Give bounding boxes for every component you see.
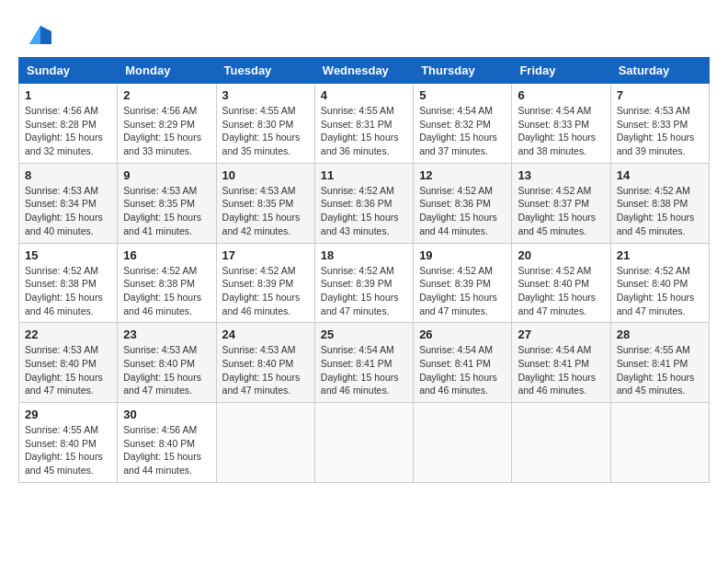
day-number: 12 (419, 168, 506, 182)
calendar-cell: 21Sunrise: 4:52 AMSunset: 8:40 PMDayligh… (610, 243, 709, 323)
calendar-week-4: 22Sunrise: 4:53 AMSunset: 8:40 PMDayligh… (19, 323, 710, 403)
calendar-cell: 14Sunrise: 4:52 AMSunset: 8:38 PMDayligh… (610, 163, 709, 243)
day-number: 13 (518, 168, 604, 182)
svg-marker-1 (29, 26, 40, 44)
calendar-cell: 17Sunrise: 4:52 AMSunset: 8:39 PMDayligh… (216, 243, 314, 323)
calendar-cell: 26Sunrise: 4:54 AMSunset: 8:41 PMDayligh… (414, 323, 512, 403)
calendar-cell: 10Sunrise: 4:53 AMSunset: 8:35 PMDayligh… (216, 163, 314, 243)
calendar-cell: 4Sunrise: 4:55 AMSunset: 8:31 PMDaylight… (314, 84, 413, 164)
day-number: 23 (123, 327, 210, 341)
day-info: Sunrise: 4:54 AMSunset: 8:41 PMDaylight:… (518, 343, 604, 397)
calendar-week-5: 29Sunrise: 4:55 AMSunset: 8:40 PMDayligh… (19, 403, 710, 483)
day-info: Sunrise: 4:54 AMSunset: 8:33 PMDaylight:… (518, 104, 604, 158)
day-info: Sunrise: 4:56 AMSunset: 8:28 PMDaylight:… (25, 104, 111, 158)
calendar-cell (512, 403, 610, 483)
calendar-header-monday: Monday (118, 58, 216, 84)
calendar-table: SundayMondayTuesdayWednesdayThursdayFrid… (18, 57, 710, 483)
calendar-cell: 1Sunrise: 4:56 AMSunset: 8:28 PMDaylight… (19, 84, 118, 164)
day-number: 11 (321, 168, 407, 182)
calendar-cell: 27Sunrise: 4:54 AMSunset: 8:41 PMDayligh… (512, 323, 610, 403)
calendar-header-saturday: Saturday (610, 58, 709, 84)
day-info: Sunrise: 4:54 AMSunset: 8:41 PMDaylight:… (321, 343, 407, 397)
day-info: Sunrise: 4:56 AMSunset: 8:40 PMDaylight:… (123, 423, 210, 477)
calendar-cell (610, 403, 709, 483)
calendar-cell (314, 403, 413, 483)
calendar-cell: 6Sunrise: 4:54 AMSunset: 8:33 PMDaylight… (512, 84, 610, 164)
calendar-cell: 5Sunrise: 4:54 AMSunset: 8:32 PMDaylight… (414, 84, 512, 164)
calendar-header-sunday: Sunday (19, 58, 118, 84)
day-info: Sunrise: 4:53 AMSunset: 8:35 PMDaylight:… (222, 184, 309, 238)
day-number: 24 (222, 327, 309, 341)
calendar-header-thursday: Thursday (414, 58, 512, 84)
day-info: Sunrise: 4:53 AMSunset: 8:40 PMDaylight:… (123, 343, 210, 397)
calendar-cell (216, 403, 314, 483)
day-number: 14 (617, 168, 703, 182)
day-number: 10 (222, 168, 309, 182)
day-number: 25 (321, 327, 407, 341)
day-number: 20 (518, 248, 604, 262)
day-info: Sunrise: 4:53 AMSunset: 8:40 PMDaylight:… (222, 343, 309, 397)
day-number: 28 (617, 327, 703, 341)
day-info: Sunrise: 4:53 AMSunset: 8:33 PMDaylight:… (617, 104, 703, 158)
day-number: 19 (419, 248, 506, 262)
calendar-cell: 3Sunrise: 4:55 AMSunset: 8:30 PMDaylight… (216, 84, 314, 164)
calendar-cell: 11Sunrise: 4:52 AMSunset: 8:36 PMDayligh… (314, 163, 413, 243)
day-info: Sunrise: 4:54 AMSunset: 8:41 PMDaylight:… (419, 343, 506, 397)
day-number: 27 (518, 327, 604, 341)
day-number: 15 (25, 248, 111, 262)
calendar-cell: 13Sunrise: 4:52 AMSunset: 8:37 PMDayligh… (512, 163, 610, 243)
day-number: 18 (321, 248, 407, 262)
day-number: 4 (321, 88, 407, 102)
calendar-cell (414, 403, 512, 483)
calendar-cell: 8Sunrise: 4:53 AMSunset: 8:34 PMDaylight… (19, 163, 118, 243)
day-info: Sunrise: 4:52 AMSunset: 8:39 PMDaylight:… (419, 264, 506, 318)
day-number: 21 (617, 248, 703, 262)
day-info: Sunrise: 4:52 AMSunset: 8:38 PMDaylight:… (123, 264, 210, 318)
calendar-header-tuesday: Tuesday (216, 58, 314, 84)
day-info: Sunrise: 4:53 AMSunset: 8:40 PMDaylight:… (25, 343, 111, 397)
day-number: 30 (123, 408, 210, 421)
day-info: Sunrise: 4:52 AMSunset: 8:36 PMDaylight:… (321, 184, 407, 238)
day-info: Sunrise: 4:54 AMSunset: 8:32 PMDaylight:… (419, 104, 506, 158)
calendar-cell: 23Sunrise: 4:53 AMSunset: 8:40 PMDayligh… (118, 323, 216, 403)
calendar-header-row: SundayMondayTuesdayWednesdayThursdayFrid… (19, 58, 710, 84)
day-number: 16 (123, 248, 210, 262)
day-info: Sunrise: 4:52 AMSunset: 8:37 PMDaylight:… (518, 184, 604, 238)
calendar-header-wednesday: Wednesday (314, 58, 413, 84)
calendar-week-1: 1Sunrise: 4:56 AMSunset: 8:28 PMDaylight… (19, 84, 710, 164)
logo (18, 18, 51, 48)
day-number: 6 (518, 88, 604, 102)
day-number: 7 (617, 88, 703, 102)
calendar-header-friday: Friday (512, 58, 610, 84)
day-number: 8 (25, 168, 111, 182)
day-info: Sunrise: 4:52 AMSunset: 8:39 PMDaylight:… (222, 264, 309, 318)
day-info: Sunrise: 4:52 AMSunset: 8:39 PMDaylight:… (321, 264, 407, 318)
calendar-week-2: 8Sunrise: 4:53 AMSunset: 8:34 PMDaylight… (19, 163, 710, 243)
calendar-cell: 7Sunrise: 4:53 AMSunset: 8:33 PMDaylight… (610, 84, 709, 164)
day-info: Sunrise: 4:55 AMSunset: 8:41 PMDaylight:… (617, 343, 703, 397)
calendar-cell: 12Sunrise: 4:52 AMSunset: 8:36 PMDayligh… (414, 163, 512, 243)
calendar-cell: 15Sunrise: 4:52 AMSunset: 8:38 PMDayligh… (19, 243, 118, 323)
calendar-cell: 18Sunrise: 4:52 AMSunset: 8:39 PMDayligh… (314, 243, 413, 323)
calendar-cell: 28Sunrise: 4:55 AMSunset: 8:41 PMDayligh… (610, 323, 709, 403)
day-info: Sunrise: 4:56 AMSunset: 8:29 PMDaylight:… (123, 104, 210, 158)
day-number: 29 (25, 408, 111, 421)
calendar-cell: 20Sunrise: 4:52 AMSunset: 8:40 PMDayligh… (512, 243, 610, 323)
day-number: 3 (222, 88, 309, 102)
day-number: 26 (419, 327, 506, 341)
calendar-cell: 16Sunrise: 4:52 AMSunset: 8:38 PMDayligh… (118, 243, 216, 323)
day-info: Sunrise: 4:55 AMSunset: 8:31 PMDaylight:… (321, 104, 407, 158)
calendar-cell: 30Sunrise: 4:56 AMSunset: 8:40 PMDayligh… (118, 403, 216, 483)
calendar-cell: 29Sunrise: 4:55 AMSunset: 8:40 PMDayligh… (19, 403, 118, 483)
calendar-cell: 9Sunrise: 4:53 AMSunset: 8:35 PMDaylight… (118, 163, 216, 243)
day-number: 17 (222, 248, 309, 262)
calendar-cell: 24Sunrise: 4:53 AMSunset: 8:40 PMDayligh… (216, 323, 314, 403)
day-number: 22 (25, 327, 111, 341)
page-header (18, 18, 710, 48)
day-info: Sunrise: 4:52 AMSunset: 8:38 PMDaylight:… (617, 184, 703, 238)
calendar-cell: 2Sunrise: 4:56 AMSunset: 8:29 PMDaylight… (118, 84, 216, 164)
day-info: Sunrise: 4:53 AMSunset: 8:35 PMDaylight:… (123, 184, 210, 238)
day-number: 1 (25, 88, 111, 102)
day-info: Sunrise: 4:52 AMSunset: 8:36 PMDaylight:… (419, 184, 506, 238)
day-number: 9 (123, 168, 210, 182)
